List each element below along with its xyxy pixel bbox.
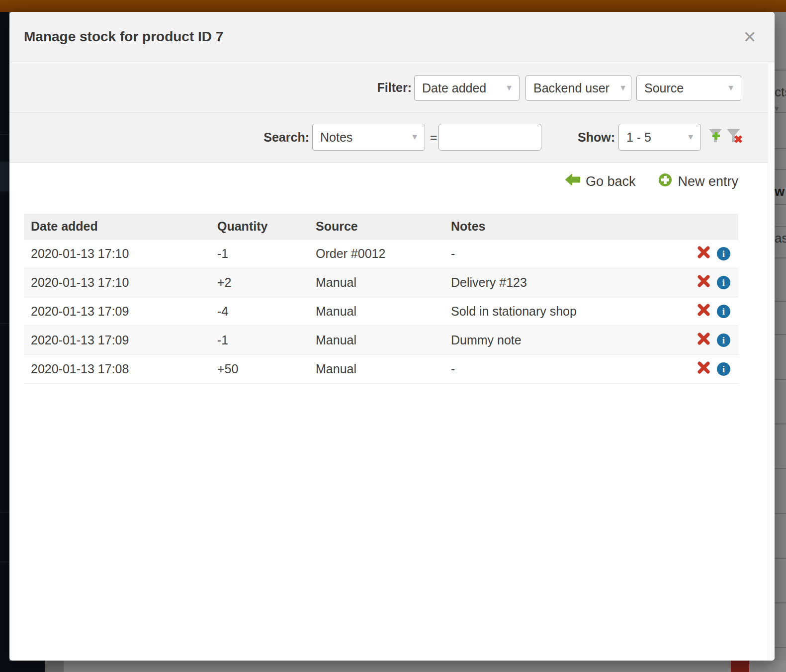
cell-source: Manual xyxy=(309,326,444,354)
background-row-line xyxy=(775,647,786,648)
background-row-line xyxy=(775,70,786,71)
background-text-fragment: cts xyxy=(775,84,786,100)
manage-stock-modal: Manage stock for product ID 7 ✕ Filter: … xyxy=(9,12,775,661)
cell-notes: Dummy note xyxy=(444,326,663,354)
remove-filter-icon[interactable] xyxy=(725,128,743,146)
search-field-dropdown[interactable]: Notes ▼ xyxy=(312,124,425,151)
info-icon[interactable]: i xyxy=(717,247,730,260)
cell-notes: Sold in stationary shop xyxy=(444,297,663,326)
column-header-quantity: Quantity xyxy=(210,214,309,239)
filter-row: Filter: Date added ▼ Backend user ▼ Sour… xyxy=(9,63,768,113)
cell-quantity: -1 xyxy=(210,326,309,354)
filter-dropdown-date-added-value: Date added xyxy=(422,81,486,95)
background-row-line xyxy=(775,423,786,424)
sidebar-divider xyxy=(0,323,9,324)
info-icon[interactable]: i xyxy=(717,334,730,347)
show-range-dropdown[interactable]: 1 - 5 ▼ xyxy=(618,124,701,151)
go-back-arrow-icon xyxy=(565,173,580,190)
background-scroll-band xyxy=(45,661,64,672)
modal-title: Manage stock for product ID 7 xyxy=(24,29,223,45)
info-icon[interactable]: i xyxy=(717,276,730,289)
background-red-element xyxy=(731,661,749,672)
new-entry-label: New entry xyxy=(678,174,738,189)
delete-entry-icon[interactable] xyxy=(697,303,710,320)
background-row-line xyxy=(775,301,786,302)
info-icon[interactable]: i xyxy=(717,362,730,376)
cell-quantity: +2 xyxy=(210,268,309,297)
modal-scrollbar-track[interactable] xyxy=(768,62,775,661)
cell-source: Order #0012 xyxy=(309,239,444,268)
column-header-notes: Notes xyxy=(444,214,663,239)
background-row-line xyxy=(775,334,786,335)
background-row-line xyxy=(775,257,786,258)
background-sidebar xyxy=(0,12,9,672)
cell-quantity: -1 xyxy=(210,239,309,268)
column-header-actions xyxy=(663,214,738,239)
filter-dropdown-backend-user-value: Backend user xyxy=(533,81,610,95)
chevron-down-icon: ▼ xyxy=(505,84,513,92)
add-filter-icon[interactable] xyxy=(707,128,725,146)
filter-dropdown-source[interactable]: Source ▼ xyxy=(636,75,741,101)
cell-notes: - xyxy=(444,239,663,268)
cell-source: Manual xyxy=(309,268,444,297)
table-row: 2020-01-13 17:09 -1 Manual Dummy note i xyxy=(24,326,738,354)
search-field-dropdown-value: Notes xyxy=(320,130,352,145)
close-icon[interactable]: ✕ xyxy=(743,29,757,45)
search-row: Search: Notes ▼ = Show: 1 - 5 ▼ xyxy=(9,113,768,163)
go-back-label: Go back xyxy=(586,174,636,189)
search-label: Search: xyxy=(248,130,309,145)
search-operator: = xyxy=(430,130,437,145)
background-row-line xyxy=(775,379,786,380)
table-header-row: Date added Quantity Source Notes xyxy=(24,214,738,239)
delete-entry-icon[interactable] xyxy=(697,332,710,348)
background-row-line xyxy=(775,558,786,559)
filter-label: Filter: xyxy=(360,81,412,95)
cell-date: 2020-01-13 17:10 xyxy=(24,239,210,268)
search-input[interactable] xyxy=(438,124,541,151)
column-header-date-added: Date added xyxy=(24,214,210,239)
plus-circle-icon xyxy=(658,173,672,190)
table-row: 2020-01-13 17:08 +50 Manual - i xyxy=(24,354,738,383)
cell-date: 2020-01-13 17:09 xyxy=(24,326,210,354)
background-text-fragment: as xyxy=(775,231,786,246)
filter-dropdown-backend-user[interactable]: Backend user ▼ xyxy=(525,75,631,101)
background-row-line xyxy=(775,602,786,603)
background-text-fragment: w xyxy=(775,184,785,199)
stock-table: Date added Quantity Source Notes 2020-01… xyxy=(24,214,738,384)
new-entry-button[interactable]: New entry xyxy=(658,173,738,190)
chevron-down-icon: ▼ xyxy=(411,133,419,142)
background-row-line xyxy=(775,148,786,149)
cell-source: Manual xyxy=(309,354,444,383)
background-row-line xyxy=(775,468,786,469)
background-row-line xyxy=(775,169,786,170)
cell-date: 2020-01-13 17:09 xyxy=(24,297,210,326)
sidebar-divider xyxy=(0,512,9,512)
cell-source: Manual xyxy=(309,297,444,326)
column-header-source: Source xyxy=(309,214,444,239)
filter-dropdown-source-value: Source xyxy=(644,81,684,95)
background-page-edge: cts ▾ w as xyxy=(775,12,786,661)
table-row: 2020-01-13 17:10 -1 Order #0012 - i xyxy=(24,239,738,268)
filter-dropdown-date-added[interactable]: Date added ▼ xyxy=(414,75,520,101)
go-back-button[interactable]: Go back xyxy=(565,173,636,190)
modal-header: Manage stock for product ID 7 ✕ xyxy=(9,12,775,62)
cell-notes: Delivery #123 xyxy=(444,268,663,297)
info-icon[interactable]: i xyxy=(717,305,730,318)
show-range-value: 1 - 5 xyxy=(626,130,651,145)
sidebar-divider xyxy=(0,562,9,562)
chevron-down-icon: ▼ xyxy=(619,84,627,92)
show-label: Show: xyxy=(566,130,615,145)
delete-entry-icon[interactable] xyxy=(697,274,710,291)
background-caret-fragment: ▾ xyxy=(775,103,779,114)
sidebar-divider xyxy=(0,134,9,135)
chevron-down-icon: ▼ xyxy=(687,133,695,142)
chevron-down-icon: ▼ xyxy=(727,84,735,92)
background-row-line xyxy=(775,513,786,514)
cell-notes: - xyxy=(444,354,663,383)
table-row: 2020-01-13 17:10 +2 Manual Delivery #123… xyxy=(24,268,738,297)
cell-date: 2020-01-13 17:10 xyxy=(24,268,210,297)
delete-entry-icon[interactable] xyxy=(697,246,710,262)
table-row: 2020-01-13 17:09 -4 Manual Sold in stati… xyxy=(24,297,738,326)
actions-row: Go back New entry xyxy=(9,169,738,194)
delete-entry-icon[interactable] xyxy=(697,361,710,377)
